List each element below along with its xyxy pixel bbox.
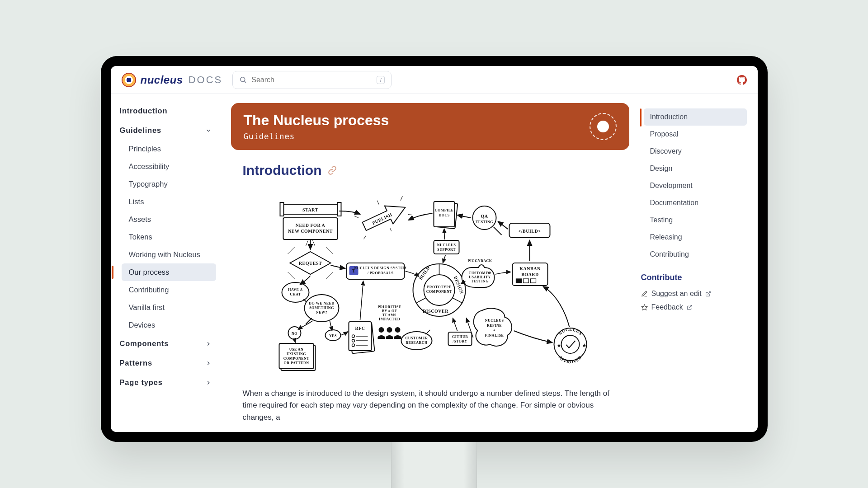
page-hero: The Nucleus process Guidelines (231, 103, 629, 150)
search-shortcut: / (377, 76, 385, 84)
svg-text:USE AN: USE AN (289, 347, 303, 352)
svg-point-0 (241, 77, 245, 82)
sidebar-item-typography[interactable]: Typography (122, 175, 216, 193)
sidebar-item-contributing[interactable]: Contributing (122, 281, 216, 299)
svg-text:NUCLEUS DESIGN SYSTEM: NUCLEUS DESIGN SYSTEM (354, 266, 406, 270)
sidebar-item-tokens[interactable]: Tokens (122, 228, 216, 246)
sidebar-label: Patterns (120, 359, 152, 367)
sidebar-item-assets[interactable]: Assets (122, 211, 216, 228)
sidebar-section-page-types[interactable]: Page types (119, 373, 216, 392)
svg-text:IMPACTED: IMPACTED (379, 317, 400, 321)
svg-line-59 (408, 213, 412, 216)
sidebar-item-principles[interactable]: Principles (122, 140, 216, 158)
svg-text:/ PROPOSALS: / PROPOSALS (367, 271, 393, 275)
svg-text:</BUILD>: </BUILD> (518, 229, 541, 234)
github-icon[interactable] (737, 75, 747, 85)
toc-item-introduction[interactable]: Introduction (644, 108, 747, 126)
sidebar-item-lists[interactable]: Lists (122, 193, 216, 211)
svg-text:NUCLEUS: NUCLEUS (437, 243, 456, 247)
sidebar-section-components[interactable]: Components (119, 334, 216, 353)
sidebar-sub-guidelines: Principles Accessibility Typography List… (122, 140, 216, 334)
svg-rect-99 (516, 279, 521, 283)
svg-line-14 (326, 272, 333, 279)
svg-marker-113 (642, 305, 647, 310)
svg-text:NUCLEUS: NUCLEUS (485, 319, 504, 323)
process-diagram: .dl text { font-size:10px; fill:#111; le… (243, 186, 618, 376)
logo-word: nucleus (141, 74, 183, 86)
star-icon (641, 304, 648, 311)
svg-line-1 (245, 81, 246, 83)
toc-item-testing[interactable]: Testing (644, 211, 747, 229)
sidebar-item-devices[interactable]: Devices (122, 316, 216, 334)
toc-item-design[interactable]: Design (644, 160, 747, 177)
svg-text:KANBAN: KANBAN (519, 266, 541, 271)
svg-text:CUSTOMER: CUSTOMER (468, 271, 491, 275)
svg-point-52 (378, 327, 384, 333)
svg-text:GITHUB: GITHUB (452, 335, 467, 339)
hero-badge-icon (590, 113, 617, 140)
svg-text:CUSTOMER: CUSTOMER (405, 336, 428, 340)
sidebar-section-patterns[interactable]: Patterns (119, 353, 216, 373)
svg-text:TESTING: TESTING (471, 279, 488, 283)
svg-point-107 (561, 335, 579, 353)
toc-item-development[interactable]: Development (644, 177, 747, 194)
svg-line-12 (312, 240, 315, 246)
svg-text:NEW COMPONENT: NEW COMPONENT (288, 229, 333, 234)
svg-text:REQUEST: REQUEST (298, 261, 321, 266)
toc-item-discovery[interactable]: Discovery (644, 143, 747, 160)
monitor-stand (391, 442, 477, 488)
chevron-right-icon (205, 341, 212, 347)
svg-text:TEAMS: TEAMS (382, 313, 396, 317)
contribute-link-feedback[interactable]: Feedback (640, 300, 747, 314)
svg-text:HAVE A: HAVE A (288, 288, 302, 292)
svg-text:USABILITY: USABILITY (469, 275, 491, 279)
svg-text:PROTOTYPE: PROTOTYPE (427, 285, 451, 289)
content: The Nucleus process Guidelines Introduct… (231, 103, 629, 432)
sidebar-item-working-with-nucleus[interactable]: Working with Nucleus (122, 246, 216, 263)
svg-rect-4 (337, 202, 341, 216)
svg-text:REFINE: REFINE (486, 324, 501, 328)
sidebar-item-vanilla-first[interactable]: Vanilla first (122, 299, 216, 316)
svg-text:DISCOVER: DISCOVER (423, 309, 448, 314)
sidebar-section-introduction[interactable]: Introduction (119, 101, 216, 121)
svg-rect-82 (448, 332, 472, 346)
search-input[interactable] (251, 76, 372, 84)
contribute-link-suggest-edit[interactable]: Suggest an edit (640, 287, 747, 300)
svg-line-56 (354, 215, 359, 219)
toc-item-documentation[interactable]: Documentation (644, 194, 747, 211)
svg-text:COMPONENT: COMPONENT (283, 357, 309, 361)
chevron-right-icon (205, 360, 212, 366)
toc-active-indicator (640, 108, 642, 127)
sidebar-label: Guidelines (120, 126, 161, 135)
svg-text:CHAT: CHAT (290, 292, 301, 296)
svg-line-58 (363, 235, 367, 239)
section-heading-introduction: Introduction (243, 163, 322, 178)
svg-rect-66 (434, 240, 459, 254)
toc-item-contributing[interactable]: Contributing (644, 246, 747, 263)
search-icon (239, 76, 247, 84)
svg-text:QA: QA (481, 214, 488, 219)
svg-text:RFC: RFC (355, 326, 365, 331)
toc-item-proposal[interactable]: Proposal (644, 126, 747, 143)
svg-text:NO: NO (292, 332, 297, 336)
svg-line-13 (288, 272, 294, 279)
svg-line-9 (288, 247, 294, 254)
chevron-right-icon (205, 380, 212, 386)
svg-text:PRIORITISE: PRIORITISE (377, 305, 401, 309)
logo[interactable]: nucleus DOCS (122, 73, 223, 87)
sidebar: Introduction Guidelines Principles Acces… (111, 94, 220, 432)
external-link-icon (687, 305, 693, 310)
svg-line-112 (708, 291, 710, 294)
svg-text:NEW?: NEW? (316, 310, 327, 314)
svg-text:DOCS: DOCS (439, 213, 449, 217)
search-box[interactable]: / (232, 71, 392, 89)
sidebar-section-guidelines[interactable]: Guidelines (119, 121, 216, 140)
pencil-icon (641, 291, 648, 297)
anchor-link-icon[interactable] (328, 166, 337, 175)
svg-text:YES: YES (329, 334, 336, 338)
table-of-contents: Introduction Proposal Discovery Design D… (640, 103, 747, 432)
sidebar-item-accessibility[interactable]: Accessibility (122, 158, 216, 175)
intro-paragraph: When a change is introduced to the desig… (243, 388, 618, 423)
toc-item-releasing[interactable]: Releasing (644, 229, 747, 246)
sidebar-item-our-process[interactable]: Our process (122, 263, 216, 281)
